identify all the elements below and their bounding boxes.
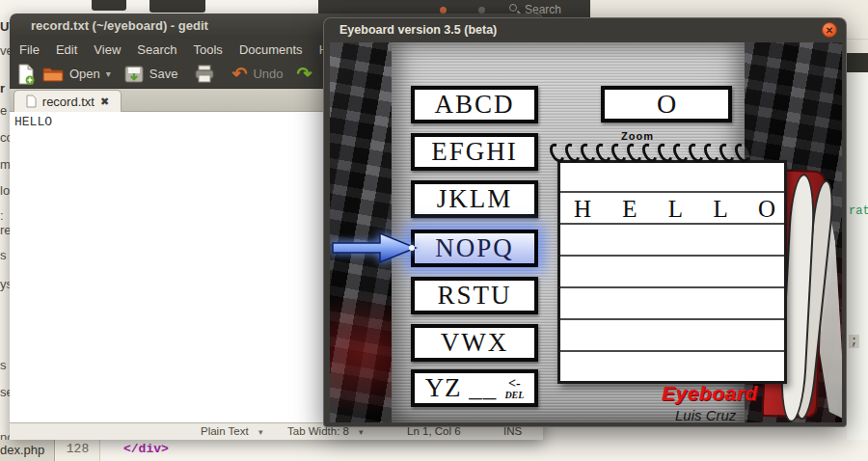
app-brand-name: Eyeboard [662,382,758,405]
app-author: Luis Cruz [675,407,736,422]
menu-view[interactable]: View [94,42,121,57]
notepad-text: H E L L O [574,196,788,223]
code-fragment: co [0,130,10,145]
menu-edit[interactable]: Edit [56,42,77,57]
code-fragment: rat [849,204,868,218]
toolbar-icon-dot [440,7,447,14]
tab-record-txt[interactable]: record.txt ✖ [14,90,122,112]
open-dropdown-caret[interactable]: ▾ [106,68,111,79]
key-rstu[interactable]: RSTU [411,277,538,314]
menu-file[interactable]: File [19,42,40,57]
editor-text: HELLO [14,115,52,129]
key-efghi[interactable]: EFGHI [411,133,538,171]
document-icon [26,95,37,108]
code-fragment: s [0,248,7,262]
status-doc-type[interactable]: Plain Text [201,425,249,437]
code-fragment: ve [0,43,10,58]
code-fragment: se [0,385,10,399]
key-nopq-selected[interactable]: NOPQ [411,230,538,267]
background-toolbar-blob [149,0,205,13]
key-yz-delete[interactable]: YZ __ <- DEL [411,369,538,407]
save-button[interactable]: Save [149,67,178,81]
file-tab[interactable]: dex.php [0,440,55,461]
background-editor-bottom: dex.php 128 </div> [0,440,868,461]
key-yz-letters: YZ __ [425,373,498,403]
close-button[interactable]: ✕ [822,22,837,38]
zoom-label: Zoom [621,130,654,142]
menu-tools[interactable]: Tools [194,42,223,57]
code-fragment: r [0,81,5,95]
background-toolbar-blob [92,0,126,11]
notepad: H E L L O [557,160,787,384]
key-abcd[interactable]: ABCD [411,86,538,123]
code-fragment: ys [0,277,10,291]
open-button[interactable]: Open [69,67,100,81]
eyeboard-window: Eyeboard version 3.5 (beta) ✕ ABCD EFGHI… [323,17,847,427]
spiral-binding [551,143,778,163]
save-icon[interactable] [124,65,144,84]
menu-documents[interactable]: Documents [239,42,303,57]
new-document-icon[interactable] [17,64,35,85]
delete-label: DEL [504,391,524,400]
line-number-gutter: 128 [56,440,100,461]
code-fragment: m [0,157,10,172]
code-fragment: s i [0,358,10,372]
undo-icon[interactable]: ↶ [231,63,247,85]
open-folder-icon[interactable] [42,66,64,82]
zoom-preview-box: O [601,86,732,122]
eyeboard-titlebar[interactable]: Eyeboard version 3.5 (beta) [324,18,846,42]
code-fragment: re [0,223,10,237]
code-fragment: no [0,430,10,440]
code-fragment: ; [849,335,859,348]
code-line: </div> [123,442,169,456]
toolbar-icon-dot [478,7,485,14]
eyeboard-content: ABCD EFGHI JKLM NOPQ RSTU VWX YZ __ <- D… [330,42,842,422]
tab-close-icon[interactable]: ✖ [100,95,109,108]
code-fragment: UT [0,19,10,34]
undo-button[interactable]: Undo [253,67,283,81]
key-vwx[interactable]: VWX [411,324,538,362]
doc-type-caret[interactable]: ▾ [258,427,263,437]
delete-stack: <- DEL [504,377,524,400]
background-code-column: rat ; vic [847,72,868,440]
code-fragment: : [0,208,4,223]
code-fragment: lo [0,183,10,198]
tab-label: record.txt [42,95,95,109]
tab-width-caret[interactable]: ▾ [359,427,364,437]
print-icon[interactable] [195,65,214,83]
background-code-column: UT ve r e co m lo : re s ys s i se no [0,0,10,440]
code-fragment: e [0,103,7,118]
backspace-arrow-icon: <- [508,377,521,391]
key-jklm[interactable]: JKLM [411,180,538,218]
search-icon [509,4,517,12]
menu-search[interactable]: Search [137,42,176,57]
redo-icon[interactable]: ↷ [296,63,312,85]
selection-arrow-icon [332,230,419,266]
